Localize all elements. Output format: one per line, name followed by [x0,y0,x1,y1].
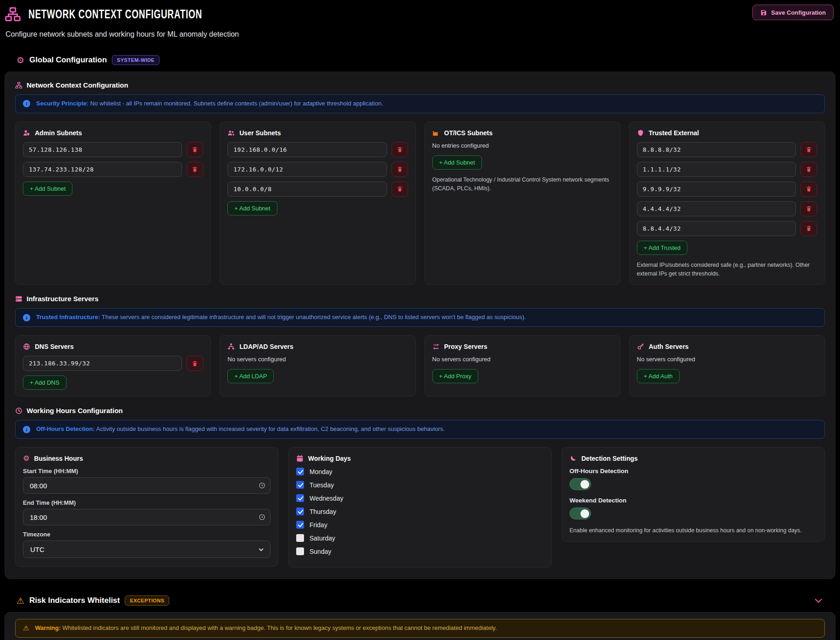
start-time-input[interactable] [23,477,271,494]
detection-settings-panel: Detection Settings Off-Hours Detection W… [562,447,825,542]
add-ldap-button[interactable]: + Add LDAP [227,369,274,383]
off-hours-toggle-label: Off-Hours Detection [569,468,817,474]
warning-triangle-icon: ⚠ [17,596,24,605]
checkbox-sunday[interactable] [296,547,304,555]
end-time-label: End Time (HH:MM) [23,499,271,506]
info-icon: i [23,100,30,107]
day-row-sunday: Sunday [296,547,544,555]
collapse-chevron-icon[interactable] [813,596,823,606]
proxy-servers-title: Proxy Servers [444,343,487,350]
trash-icon [192,146,198,153]
trusted-entry-row [637,182,817,197]
delete-trusted-button[interactable] [801,182,817,197]
gear-icon: ⚙ [17,56,24,65]
system-wide-badge: SYSTEM-WIDE [112,55,160,65]
dns-servers-title: DNS Servers [35,343,74,350]
subnet-entry-row [227,182,408,197]
add-admin-subnet-button[interactable]: + Add Subnet [23,182,72,196]
add-proxy-button[interactable]: + Add Proxy [432,369,478,383]
subnet-input[interactable] [227,182,387,197]
page-title: NETWORK CONTEXT CONFIGURATION [28,7,202,22]
trusted-ip-input[interactable] [637,162,796,177]
add-otics-subnet-button[interactable]: + Add Subnet [432,155,482,170]
trash-icon [806,186,812,192]
banner-text: Activity outside business hours is flagg… [96,425,445,432]
checkbox-thursday[interactable] [296,508,304,515]
trusted-ip-input[interactable] [637,182,796,197]
risk-indicators-heading: ⚠ Risk Indicators Whitelist EXCEPTIONS [17,596,823,606]
subnet-input[interactable] [23,162,182,177]
dns-servers-panel: DNS Servers + Add DNS [15,335,211,397]
proxy-servers-panel: Proxy Servers No servers configured + Ad… [425,335,620,397]
otics-subnets-title: OT/ICS Subnets [444,129,493,137]
clock-icon [259,482,265,489]
timezone-value: UTC [30,546,44,553]
trusted-entry-row [637,142,817,157]
save-configuration-button[interactable]: Save Configuration [752,5,834,20]
delete-subnet-button[interactable] [392,162,408,177]
detection-settings-title: Detection Settings [581,455,638,462]
off-hours-detection-toggle[interactable] [569,478,591,490]
business-hours-title: Business Hours [34,455,83,462]
day-row-tuesday: Tuesday [296,481,544,489]
delete-trusted-button[interactable] [801,221,817,236]
checkbox-wednesday[interactable] [296,494,304,502]
delete-trusted-button[interactable] [801,162,817,177]
subnet-input[interactable] [23,142,182,157]
timezone-label: Timezone [23,531,271,538]
empty-state-text: No servers configured [227,356,408,363]
trash-icon [397,186,403,192]
gear-icon: ⚙ [23,455,29,462]
trusted-ip-input[interactable] [637,142,796,157]
warning-triangle-icon: ⚠ [23,625,29,632]
global-configuration-card: Network Context Configuration i Security… [5,72,835,579]
delete-subnet-button[interactable] [392,182,408,197]
add-dns-button[interactable]: + Add DNS [23,375,66,390]
trusted-ip-input[interactable] [637,201,796,216]
trash-icon [806,166,812,172]
end-time-input[interactable] [23,509,271,525]
network-sitemap-icon [15,82,22,89]
delete-subnet-button[interactable] [187,162,203,177]
network-context-title: Network Context Configuration [27,81,128,89]
checkbox-saturday[interactable] [296,534,304,542]
day-label: Wednesday [309,495,343,502]
working-hours-grid: ⚙ Business Hours Start Time (HH:MM) End … [15,447,825,568]
factory-icon [432,129,440,137]
delete-subnet-button[interactable] [392,142,408,157]
weekend-detection-toggle[interactable] [569,508,591,519]
checkbox-tuesday[interactable] [296,481,304,489]
add-user-subnet-button[interactable]: + Add Subnet [227,201,277,215]
checkbox-friday[interactable] [296,521,304,529]
trusted-ip-input[interactable] [637,221,796,236]
user-subnets-title: User Subnets [239,129,281,137]
dns-entry-row [23,356,203,371]
delete-trusted-button[interactable] [801,142,817,157]
start-time-label: Start Time (HH:MM) [23,468,271,474]
working-hours-title: Working Hours Configuration [27,407,123,414]
security-principle-banner: i Security Principle: No whitelist - all… [15,94,825,113]
top-bar: NETWORK CONTEXT CONFIGURATION Save Confi… [5,6,835,23]
delete-subnet-button[interactable] [187,142,203,157]
chevron-down-icon [258,546,265,553]
subnet-input[interactable] [227,142,387,157]
banner-label: Trusted Infrastructure: [36,314,100,320]
subnet-entry-row [23,142,203,157]
global-configuration-title: Global Configuration [29,55,107,65]
add-auth-button[interactable]: + Add Auth [637,369,680,383]
dns-server-input[interactable] [23,356,182,371]
day-label: Friday [309,521,327,529]
add-trusted-button[interactable]: + Add Trusted [637,241,688,255]
delete-dns-button[interactable] [187,356,203,371]
admin-subnets-panel: Admin Subnets + Add Subnet [15,121,211,285]
checkbox-monday[interactable] [296,468,304,475]
user-shield-icon [23,129,30,137]
delete-trusted-button[interactable] [801,201,817,216]
banner-text: These servers are considered legitimate … [102,314,526,320]
timezone-select[interactable]: UTC [23,541,271,558]
subnet-input[interactable] [227,162,387,177]
day-label: Thursday [309,508,336,515]
global-configuration-heading: ⚙ Global Configuration SYSTEM-WIDE [17,55,823,65]
trusted-entry-row [637,201,817,216]
day-label: Saturday [309,535,335,542]
